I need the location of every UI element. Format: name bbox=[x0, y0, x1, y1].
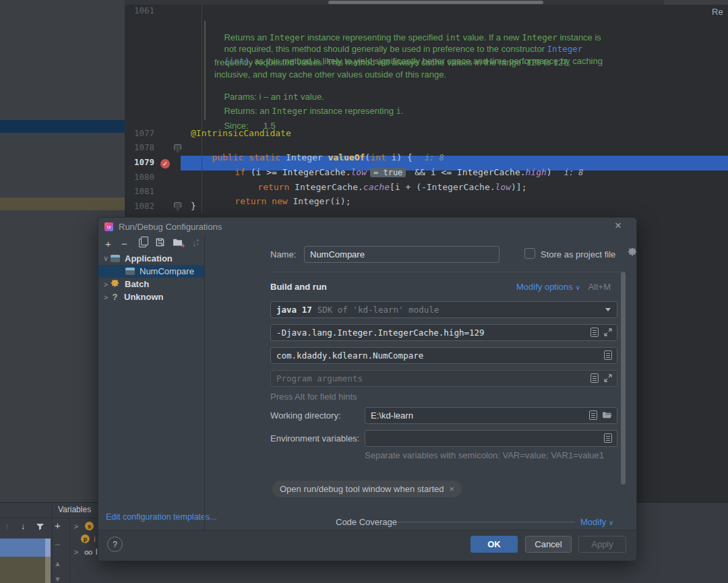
environment-variables-hint: Separate variables with semicolon: VAR=v… bbox=[365, 450, 604, 460]
name-field-value: NumCompare bbox=[310, 249, 365, 259]
working-directory-value: E:\kd-learn bbox=[371, 410, 413, 421]
frames-scrollbar-thumb[interactable] bbox=[45, 557, 51, 583]
name-label: Name: bbox=[270, 249, 296, 259]
ok-button[interactable]: OK bbox=[471, 536, 518, 553]
press-alt-hint: Press Alt for field hints bbox=[270, 392, 357, 402]
code-coverage-modify-link[interactable]: Modify ∨ bbox=[580, 517, 613, 527]
variables-header-divider bbox=[0, 518, 98, 518]
frame-row-selected[interactable] bbox=[0, 539, 51, 557]
step-down-icon[interactable]: ↓ bbox=[21, 522, 26, 530]
code-keyword: return new bbox=[235, 196, 287, 206]
tree-item-unknown[interactable]: > ? Unknown bbox=[98, 290, 204, 303]
save-configuration-icon[interactable] bbox=[155, 237, 165, 247]
name-field[interactable]: NumCompare bbox=[304, 246, 499, 263]
modify-options-shortcut: Alt+M bbox=[588, 282, 611, 292]
code-text: )]; bbox=[511, 182, 526, 192]
left-panel-highlight-row[interactable] bbox=[0, 197, 125, 210]
application-type-icon bbox=[125, 268, 135, 275]
code-line: } bbox=[191, 201, 196, 211]
browse-class-icon[interactable] bbox=[604, 350, 612, 360]
copy-configuration-icon[interactable] bbox=[139, 239, 146, 247]
expand-list-icon[interactable] bbox=[589, 410, 597, 420]
expand-list-icon[interactable] bbox=[590, 373, 599, 383]
variable-row[interactable]: > oo I bbox=[71, 545, 98, 558]
parameter-icon: p bbox=[81, 534, 90, 543]
environment-variables-label: Environment variables: bbox=[270, 433, 359, 443]
help-button[interactable]: ? bbox=[107, 536, 123, 552]
frames-scrollbar-thumb[interactable] bbox=[45, 539, 51, 557]
add-watch-icon[interactable]: + bbox=[55, 520, 61, 530]
code-coverage-separator bbox=[398, 522, 575, 522]
chevron-down-icon[interactable]: ∨ bbox=[101, 254, 111, 263]
vm-options-value: -Djava.lang.Integer.IntegerCache.high=12… bbox=[276, 328, 485, 338]
apply-button-disabled[interactable]: Apply bbox=[578, 536, 626, 553]
dropdown-arrow-icon bbox=[605, 308, 611, 311]
add-configuration-icon[interactable]: + bbox=[105, 239, 111, 249]
code-text: [i + (-IntegerCache. bbox=[390, 182, 495, 192]
tree-item-label: Unknown bbox=[124, 292, 164, 302]
expand-field-icon[interactable] bbox=[604, 374, 612, 382]
fold-marker[interactable] bbox=[174, 202, 181, 210]
move-up-icon[interactable]: ▲ bbox=[54, 560, 61, 567]
cancel-button[interactable]: Cancel bbox=[525, 536, 572, 553]
new-folder-icon[interactable]: + bbox=[173, 238, 183, 247]
remove-configuration-icon[interactable]: − bbox=[121, 239, 127, 249]
left-panel-selected-row[interactable] bbox=[0, 120, 125, 133]
step-up-icon[interactable]: ↑ bbox=[5, 522, 9, 530]
store-as-project-file-checkbox[interactable] bbox=[524, 248, 535, 259]
main-class-field[interactable]: com.kdaddy.kdlearn.NumCompare bbox=[270, 347, 617, 364]
chip-label: Open run/debug tool window when started bbox=[280, 484, 444, 494]
watches-glasses-icon: oo bbox=[84, 548, 92, 556]
line-number: 1077 bbox=[125, 128, 154, 138]
tree-panel-divider bbox=[204, 235, 205, 530]
move-down-icon[interactable]: ▼ bbox=[54, 576, 61, 583]
jre-select[interactable]: java 17 SDK of 'kd-learn' module bbox=[270, 301, 617, 318]
run-debug-configurations-dialog: IJ Run/Debug Configurations × + − + ↓az … bbox=[98, 217, 637, 561]
environment-variables-field[interactable] bbox=[365, 430, 617, 447]
chevron-right-icon[interactable]: > bbox=[71, 522, 81, 530]
line-number-current: 1079 bbox=[125, 157, 154, 167]
store-as-project-file-label[interactable]: Store as project file bbox=[541, 249, 615, 259]
editor-corner-hint: Re bbox=[712, 7, 723, 17]
sort-configurations-icon[interactable]: ↓az bbox=[192, 238, 199, 248]
doc-code: Integer bbox=[272, 106, 307, 116]
fold-marker[interactable] bbox=[174, 144, 181, 152]
line-number: 1082 bbox=[125, 201, 154, 211]
tree-item-batch[interactable]: > Batch bbox=[98, 278, 204, 290]
open-tool-window-chip[interactable]: Open run/debug tool window when started … bbox=[272, 481, 462, 497]
edit-templates-link[interactable]: Edit configuration templates... bbox=[106, 512, 217, 522]
doc-code: i bbox=[396, 106, 402, 116]
vm-options-field[interactable]: -Djava.lang.Integer.IntegerCache.high=12… bbox=[270, 324, 617, 341]
code-static-field: high bbox=[526, 167, 547, 177]
breakpoint-icon[interactable]: ✓ bbox=[160, 159, 170, 168]
chevron-right-icon[interactable]: > bbox=[71, 548, 81, 556]
frame-row[interactable] bbox=[0, 557, 51, 583]
tree-item-numcompare-selected[interactable]: NumCompare bbox=[98, 265, 204, 278]
close-icon[interactable]: × bbox=[615, 219, 621, 233]
dialog-scrollbar-thumb[interactable] bbox=[621, 272, 626, 485]
variables-tab[interactable]: Variables bbox=[58, 505, 91, 514]
working-directory-field[interactable]: E:\kd-learn bbox=[365, 407, 617, 424]
inline-debug-hint: i: 8 bbox=[564, 168, 584, 177]
browse-env-icon[interactable] bbox=[604, 433, 612, 443]
variables-panel-divider bbox=[69, 518, 70, 583]
remove-watch-icon[interactable]: − bbox=[55, 539, 61, 549]
doc-paragraph-line: inclusive, and may cache other values ou… bbox=[214, 69, 446, 80]
variable-row[interactable]: p i bbox=[81, 532, 96, 545]
program-arguments-placeholder: Program arguments bbox=[276, 373, 363, 383]
chevron-right-icon[interactable]: > bbox=[101, 293, 111, 301]
code-line: return new Integer(i); bbox=[214, 186, 351, 216]
horizontal-scrollbar-thumb[interactable] bbox=[328, 1, 543, 4]
program-arguments-field[interactable]: Program arguments bbox=[270, 370, 617, 387]
chip-close-icon[interactable]: × bbox=[450, 484, 455, 494]
browse-folder-icon[interactable] bbox=[602, 411, 612, 419]
tree-item-application[interactable]: ∨ Application bbox=[98, 252, 204, 265]
modify-options-link[interactable]: Modify options ∨ Alt+M bbox=[516, 282, 611, 292]
expand-list-icon[interactable] bbox=[590, 328, 599, 337]
indent-guide bbox=[202, 4, 202, 214]
expand-field-icon[interactable] bbox=[604, 328, 612, 336]
filter-funnel-icon[interactable] bbox=[36, 523, 44, 532]
jre-value: java 17 bbox=[276, 305, 312, 315]
chevron-right-icon[interactable]: > bbox=[101, 280, 111, 288]
store-settings-gear-icon[interactable] bbox=[628, 248, 637, 257]
